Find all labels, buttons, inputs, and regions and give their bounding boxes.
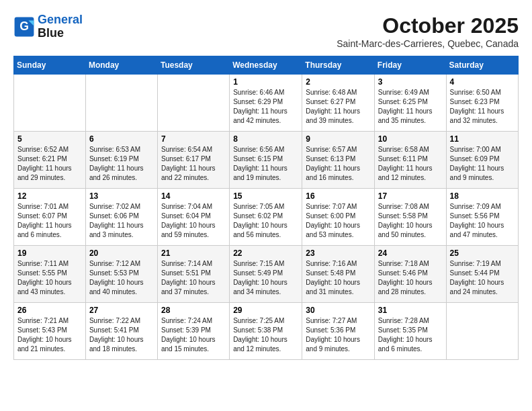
weekday-sunday: Sunday <box>14 56 86 75</box>
day-number: 13 <box>89 191 154 201</box>
calendar-cell <box>85 75 157 132</box>
day-info: Sunrise: 6:54 AM Sunset: 6:17 PM Dayligh… <box>161 145 226 183</box>
weekday-friday: Friday <box>374 56 446 75</box>
week-row-2: 5Sunrise: 6:52 AM Sunset: 6:21 PM Daylig… <box>14 132 519 189</box>
day-info: Sunrise: 7:28 AM Sunset: 5:35 PM Dayligh… <box>378 316 443 354</box>
weekday-wednesday: Wednesday <box>230 56 302 75</box>
day-info: Sunrise: 7:18 AM Sunset: 5:46 PM Dayligh… <box>378 259 443 297</box>
day-number: 18 <box>450 191 515 201</box>
calendar-cell: 14Sunrise: 7:04 AM Sunset: 6:04 PM Dayli… <box>157 189 229 246</box>
day-number: 26 <box>17 306 82 315</box>
calendar-cell: 31Sunrise: 7:28 AM Sunset: 5:35 PM Dayli… <box>374 303 446 360</box>
day-number: 27 <box>89 306 154 315</box>
calendar-cell: 26Sunrise: 7:21 AM Sunset: 5:43 PM Dayli… <box>14 303 86 360</box>
month-title: October 2025 <box>337 13 519 38</box>
page-header: G General Blue October 2025 Saint-Marc-d… <box>13 13 519 49</box>
day-number: 22 <box>233 248 298 258</box>
calendar-cell: 8Sunrise: 6:56 AM Sunset: 6:15 PM Daylig… <box>230 132 302 189</box>
calendar-cell: 18Sunrise: 7:09 AM Sunset: 5:56 PM Dayli… <box>446 189 518 246</box>
title-area: October 2025 Saint-Marc-des-Carrieres, Q… <box>337 13 519 49</box>
day-info: Sunrise: 7:04 AM Sunset: 6:04 PM Dayligh… <box>161 202 226 240</box>
logo-icon: G <box>13 16 35 38</box>
calendar-cell: 29Sunrise: 7:25 AM Sunset: 5:38 PM Dayli… <box>230 303 302 360</box>
calendar-cell: 24Sunrise: 7:18 AM Sunset: 5:46 PM Dayli… <box>374 246 446 303</box>
day-info: Sunrise: 6:56 AM Sunset: 6:15 PM Dayligh… <box>233 145 298 183</box>
day-number: 19 <box>17 248 82 258</box>
week-row-3: 12Sunrise: 7:01 AM Sunset: 6:07 PM Dayli… <box>14 189 519 246</box>
day-number: 11 <box>450 134 515 144</box>
day-number: 28 <box>161 306 226 315</box>
day-info: Sunrise: 6:52 AM Sunset: 6:21 PM Dayligh… <box>17 145 82 183</box>
week-row-5: 26Sunrise: 7:21 AM Sunset: 5:43 PM Dayli… <box>14 303 519 360</box>
calendar-cell: 19Sunrise: 7:11 AM Sunset: 5:55 PM Dayli… <box>14 246 86 303</box>
day-info: Sunrise: 6:49 AM Sunset: 6:25 PM Dayligh… <box>378 88 443 126</box>
day-number: 25 <box>450 248 515 258</box>
day-number: 12 <box>17 191 82 201</box>
day-info: Sunrise: 7:05 AM Sunset: 6:02 PM Dayligh… <box>233 202 298 240</box>
week-row-1: 1Sunrise: 6:46 AM Sunset: 6:29 PM Daylig… <box>14 75 519 132</box>
calendar-cell: 7Sunrise: 6:54 AM Sunset: 6:17 PM Daylig… <box>157 132 229 189</box>
calendar-cell: 12Sunrise: 7:01 AM Sunset: 6:07 PM Dayli… <box>14 189 86 246</box>
day-info: Sunrise: 7:14 AM Sunset: 5:51 PM Dayligh… <box>161 259 226 297</box>
calendar-cell: 11Sunrise: 7:00 AM Sunset: 6:09 PM Dayli… <box>446 132 518 189</box>
weekday-thursday: Thursday <box>302 56 375 75</box>
location-title: Saint-Marc-des-Carrieres, Quebec, Canada <box>337 38 519 49</box>
day-number: 23 <box>306 248 371 258</box>
day-number: 3 <box>378 77 443 87</box>
calendar-cell: 15Sunrise: 7:05 AM Sunset: 6:02 PM Dayli… <box>230 189 302 246</box>
day-info: Sunrise: 6:50 AM Sunset: 6:23 PM Dayligh… <box>450 88 515 126</box>
calendar-cell <box>14 75 86 132</box>
calendar-cell: 10Sunrise: 6:58 AM Sunset: 6:11 PM Dayli… <box>374 132 446 189</box>
day-number: 2 <box>306 77 371 87</box>
day-number: 4 <box>450 77 515 87</box>
day-number: 30 <box>306 306 371 315</box>
day-number: 7 <box>161 134 226 144</box>
weekday-monday: Monday <box>85 56 157 75</box>
calendar-cell: 28Sunrise: 7:24 AM Sunset: 5:39 PM Dayli… <box>157 303 229 360</box>
calendar-cell <box>446 303 518 360</box>
calendar-cell: 3Sunrise: 6:49 AM Sunset: 6:25 PM Daylig… <box>374 75 446 132</box>
calendar-cell: 17Sunrise: 7:08 AM Sunset: 5:58 PM Dayli… <box>374 189 446 246</box>
calendar-cell: 1Sunrise: 6:46 AM Sunset: 6:29 PM Daylig… <box>230 75 302 132</box>
calendar-cell: 5Sunrise: 6:52 AM Sunset: 6:21 PM Daylig… <box>14 132 86 189</box>
day-info: Sunrise: 7:15 AM Sunset: 5:49 PM Dayligh… <box>233 259 298 297</box>
calendar-cell <box>157 75 229 132</box>
day-info: Sunrise: 7:08 AM Sunset: 5:58 PM Dayligh… <box>378 202 443 240</box>
day-number: 31 <box>378 306 443 315</box>
day-number: 15 <box>233 191 298 201</box>
day-number: 20 <box>89 248 154 258</box>
weekday-header-row: SundayMondayTuesdayWednesdayThursdayFrid… <box>14 56 519 75</box>
day-info: Sunrise: 7:27 AM Sunset: 5:36 PM Dayligh… <box>306 316 371 354</box>
day-info: Sunrise: 7:07 AM Sunset: 6:00 PM Dayligh… <box>306 202 371 240</box>
calendar-body: 1Sunrise: 6:46 AM Sunset: 6:29 PM Daylig… <box>14 75 519 360</box>
calendar-cell: 23Sunrise: 7:16 AM Sunset: 5:48 PM Dayli… <box>302 246 375 303</box>
day-number: 5 <box>17 134 82 144</box>
day-info: Sunrise: 7:25 AM Sunset: 5:38 PM Dayligh… <box>233 316 298 354</box>
day-number: 6 <box>89 134 154 144</box>
day-info: Sunrise: 6:57 AM Sunset: 6:13 PM Dayligh… <box>306 145 371 183</box>
day-info: Sunrise: 7:00 AM Sunset: 6:09 PM Dayligh… <box>450 145 515 183</box>
calendar-cell: 2Sunrise: 6:48 AM Sunset: 6:27 PM Daylig… <box>302 75 375 132</box>
day-info: Sunrise: 7:24 AM Sunset: 5:39 PM Dayligh… <box>161 316 226 354</box>
day-info: Sunrise: 6:48 AM Sunset: 6:27 PM Dayligh… <box>306 88 371 126</box>
day-number: 16 <box>306 191 371 201</box>
day-info: Sunrise: 6:53 AM Sunset: 6:19 PM Dayligh… <box>89 145 154 183</box>
calendar-cell: 9Sunrise: 6:57 AM Sunset: 6:13 PM Daylig… <box>302 132 375 189</box>
calendar-cell: 6Sunrise: 6:53 AM Sunset: 6:19 PM Daylig… <box>85 132 157 189</box>
logo: G General Blue <box>13 13 83 40</box>
day-info: Sunrise: 6:46 AM Sunset: 6:29 PM Dayligh… <box>233 88 298 126</box>
day-number: 14 <box>161 191 226 201</box>
day-number: 8 <box>233 134 298 144</box>
svg-text:G: G <box>19 19 29 33</box>
day-number: 24 <box>378 248 443 258</box>
calendar-cell: 21Sunrise: 7:14 AM Sunset: 5:51 PM Dayli… <box>157 246 229 303</box>
day-info: Sunrise: 7:22 AM Sunset: 5:41 PM Dayligh… <box>89 316 154 354</box>
week-row-4: 19Sunrise: 7:11 AM Sunset: 5:55 PM Dayli… <box>14 246 519 303</box>
day-info: Sunrise: 7:02 AM Sunset: 6:06 PM Dayligh… <box>89 202 154 240</box>
calendar-cell: 20Sunrise: 7:12 AM Sunset: 5:53 PM Dayli… <box>85 246 157 303</box>
day-info: Sunrise: 7:19 AM Sunset: 5:44 PM Dayligh… <box>450 259 515 297</box>
calendar-table: SundayMondayTuesdayWednesdayThursdayFrid… <box>13 56 519 360</box>
day-info: Sunrise: 7:09 AM Sunset: 5:56 PM Dayligh… <box>450 202 515 240</box>
day-info: Sunrise: 7:01 AM Sunset: 6:07 PM Dayligh… <box>17 202 82 240</box>
day-info: Sunrise: 7:11 AM Sunset: 5:55 PM Dayligh… <box>17 259 82 297</box>
